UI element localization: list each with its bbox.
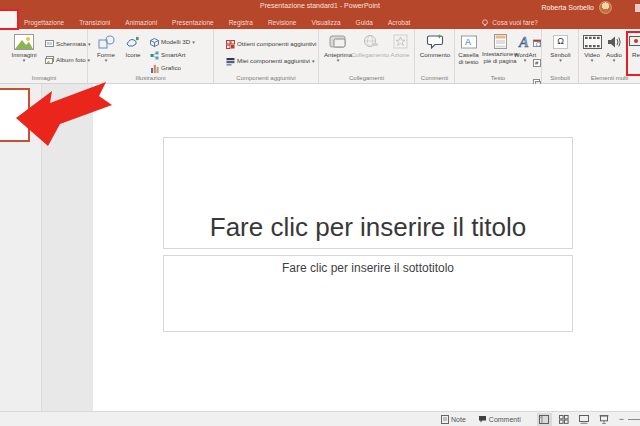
svg-text:A: A	[465, 37, 471, 47]
icone-label: Icone	[125, 51, 140, 58]
schermata-button[interactable]: Schermata	[45, 40, 90, 48]
photo-album-icon	[45, 56, 54, 64]
tell-me-label: Cosa vuoi fare?	[492, 19, 538, 26]
casella-di-testo-label: Casella di testo	[456, 51, 481, 65]
notes-label: Note	[451, 416, 466, 423]
ottieni-componenti-button[interactable]: Ottieni componenti aggiuntivi	[226, 40, 316, 49]
chevron-down-icon	[524, 58, 527, 63]
group-commenti: Commento Commenti	[415, 29, 455, 83]
group-label-commenti: Commenti	[415, 75, 454, 81]
group-label-componenti: Componenti aggiuntivi	[214, 75, 318, 81]
anteprima-button[interactable]: Anteprima	[323, 32, 353, 63]
subtitle-placeholder[interactable]: Fare clic per inserire il sottotitolo	[163, 255, 573, 332]
simboli-button[interactable]: Simboli	[547, 32, 574, 63]
commento-label: Commento	[420, 51, 450, 58]
group-componenti-aggiuntivi: Ottieni componenti aggiuntivi Miei compo…	[214, 29, 319, 83]
datetime-icon[interactable]	[533, 33, 541, 51]
normal-view-button[interactable]	[537, 413, 552, 426]
tab-animazioni[interactable]: Animazioni	[125, 19, 157, 26]
tab-acrobat[interactable]: Acrobat	[388, 19, 410, 26]
slide-canvas[interactable]: Fare clic per inserire il titolo Fare cl…	[93, 84, 640, 411]
commento-button[interactable]: Commento	[418, 32, 452, 58]
tell-me-search[interactable]: Cosa vuoi fare?	[481, 19, 538, 27]
audio-button[interactable]: Audio	[604, 32, 624, 63]
group-label-simboli: Simboli	[542, 75, 578, 81]
lightbulb-icon	[481, 19, 489, 27]
reading-view-icon	[579, 415, 589, 424]
registrazione-schermo-highlight	[626, 31, 640, 76]
powerpoint-window: Presentazione standard1 - PowerPoint Rob…	[0, 0, 640, 426]
group-label-testo: Testo	[455, 75, 541, 81]
my-addins-icon	[226, 57, 235, 66]
tab-transizioni[interactable]: Transizioni	[79, 19, 110, 26]
action-icon	[393, 32, 408, 51]
slideshow-view-button[interactable]	[597, 413, 612, 426]
tab-presentazione[interactable]: Presentazione	[172, 19, 214, 26]
modelli-3d-button[interactable]: Modelli 3D	[150, 38, 195, 47]
modelli-3d-label: Modelli 3D	[161, 39, 190, 45]
album-foto-button[interactable]: Album foto	[45, 56, 90, 64]
chevron-down-icon	[613, 58, 616, 63]
smartart-icon	[150, 51, 159, 60]
miei-componenti-label: Miei componenti aggiuntivi	[237, 58, 310, 64]
reading-view-button[interactable]	[577, 413, 592, 426]
3d-models-icon	[150, 38, 159, 47]
forme-button[interactable]: Forme	[94, 32, 118, 63]
tab-registra[interactable]: Registra	[229, 19, 253, 26]
video-button[interactable]: Video	[581, 32, 603, 63]
slideshow-icon	[599, 415, 609, 424]
zoom-preview-icon	[329, 32, 348, 51]
smartart-label: SmartArt	[161, 52, 185, 58]
wordart-button[interactable]: A WordArt	[517, 32, 533, 63]
chevron-down-icon	[105, 58, 108, 63]
new-comment-icon	[426, 32, 444, 51]
collegamento-button: Collegamento	[353, 32, 387, 58]
zoom-out-button[interactable]: −	[619, 415, 624, 424]
note-icon	[441, 415, 449, 424]
group-testo: A Casella di testo Intestazione e piè di…	[455, 29, 542, 83]
tab-progettazione[interactable]: Progettazione	[24, 19, 64, 26]
chevron-down-icon	[337, 58, 340, 63]
notes-toggle[interactable]: Note	[441, 415, 466, 424]
inserisci-tab-highlight[interactable]	[0, 9, 19, 30]
slide-sorter-icon	[559, 415, 569, 424]
avatar[interactable]	[599, 1, 612, 14]
normal-view-icon	[539, 415, 549, 424]
slide-sorter-view-button[interactable]	[557, 413, 572, 426]
icons-icon	[125, 32, 141, 51]
tab-guida[interactable]: Guida	[356, 19, 373, 26]
screenshot-icon	[45, 40, 54, 48]
omega-symbol-icon	[553, 35, 568, 49]
statusbar: Note Commenti −	[0, 411, 640, 426]
text-box-icon: A	[461, 32, 477, 51]
tab-visualizza[interactable]: Visualizza	[311, 19, 340, 26]
azione-button: Azione	[389, 32, 411, 58]
casella-di-testo-button[interactable]: A Casella di testo	[456, 32, 481, 65]
chevron-down-icon	[23, 58, 26, 63]
grafico-button[interactable]: Grafico	[150, 64, 181, 73]
intestazione-button[interactable]: Intestazione e piè di pagina	[480, 32, 520, 64]
tab-revisione[interactable]: Revisione	[268, 19, 297, 26]
smartart-button[interactable]: SmartArt	[150, 51, 185, 60]
title-placeholder[interactable]: Fare clic per inserire il titolo	[163, 137, 573, 249]
azione-label: Azione	[391, 51, 410, 58]
chart-icon	[150, 64, 159, 73]
group-collegamenti: Anteprima Collegamento Azione Collegamen…	[319, 29, 415, 83]
account-name[interactable]: Roberta Sorbello	[541, 4, 594, 11]
miei-componenti-button[interactable]: Miei componenti aggiuntivi	[226, 57, 314, 66]
ribbon-tabbar: Progettazione Transizioni Animazioni Pre…	[0, 16, 640, 29]
grafico-label: Grafico	[161, 65, 181, 71]
icone-button[interactable]: Icone	[121, 32, 145, 58]
ottieni-componenti-label: Ottieni componenti aggiuntivi	[237, 41, 316, 47]
link-icon	[362, 32, 379, 51]
shapes-icon	[98, 32, 115, 51]
immagini-button[interactable]: Immagini	[7, 32, 41, 63]
pictures-icon	[14, 32, 34, 51]
audio-icon	[607, 32, 622, 51]
comments-toggle[interactable]: Commenti	[478, 415, 521, 423]
comments-label: Commenti	[489, 416, 521, 423]
slide-number-icon[interactable]: #	[533, 53, 541, 71]
schermata-label: Schermata	[56, 41, 86, 47]
zoom-slider[interactable]	[628, 419, 640, 420]
group-label-collegamenti: Collegamenti	[319, 75, 414, 81]
